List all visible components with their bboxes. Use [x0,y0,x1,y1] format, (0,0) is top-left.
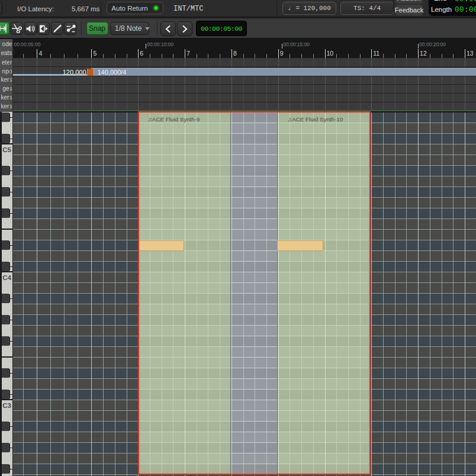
svg-text:ges: ges [2,85,12,92]
svg-text:140,000/4: 140,000/4 [98,69,127,76]
svg-text:C5: C5 [2,146,11,153]
svg-text:eter: eter [2,59,12,66]
svg-text:5: 5 [93,50,97,57]
svg-text:8: 8 [233,50,237,57]
svg-text:kers: kers [1,94,12,101]
svg-text:♫ACE Fluid Synth-9: ♫ACE Fluid Synth-9 [148,116,200,123]
svg-text:♫ACE Fluid Synth-10: ♫ACE Fluid Synth-10 [288,116,343,123]
svg-text:C4: C4 [2,274,11,281]
svg-text:00:00:05:00: 00:00:05:00 [14,41,41,47]
svg-text:ode: ode [2,41,12,47]
svg-text:npo: npo [2,68,12,75]
svg-text:4: 4 [38,50,42,57]
svg-text:11: 11 [373,50,379,57]
svg-text:13: 13 [467,50,474,57]
svg-text:12: 12 [420,50,427,57]
svg-text:kers: kers [1,76,12,83]
svg-text:00:00:20:00: 00:00:20:00 [419,41,446,47]
svg-text:eats: eats [1,50,12,56]
svg-text:00:00:15:00: 00:00:15:00 [283,41,310,47]
svg-text:C3: C3 [2,402,11,409]
svg-text:6: 6 [140,50,143,57]
svg-text:10: 10 [327,50,334,57]
svg-text:kers: kers [1,103,12,110]
svg-text:9: 9 [280,50,284,57]
svg-text:120,000: 120,000 [63,69,86,76]
svg-text:7: 7 [186,50,190,57]
svg-text:00:00:10:00: 00:00:10:00 [147,41,173,47]
